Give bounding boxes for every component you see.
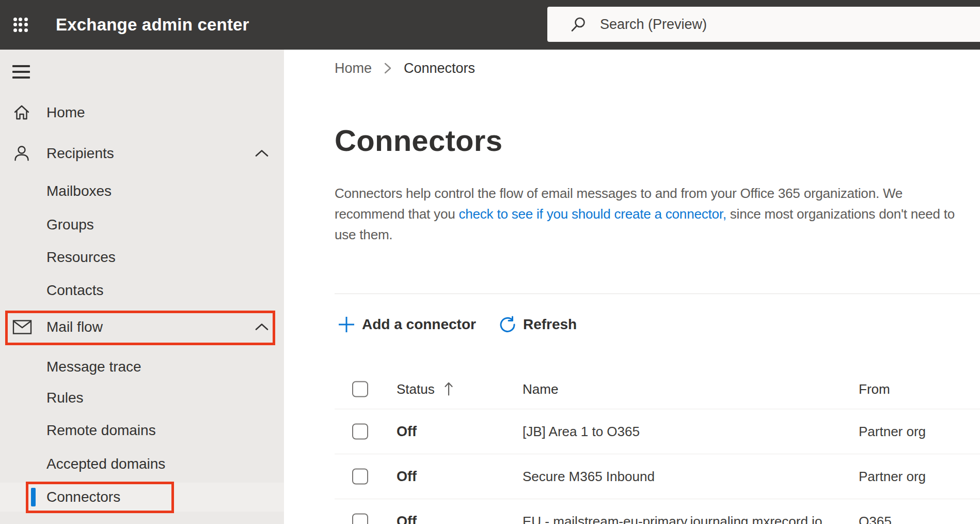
sidebar-item-recipients[interactable]: Recipients <box>0 139 284 168</box>
sidebar-item-mail-flow[interactable]: Mail flow <box>0 313 284 342</box>
sidebar-nav: HomeRecipientsMailboxesGroupsResourcesCo… <box>0 50 284 524</box>
sidebar-item-label: Remote domains <box>46 416 156 445</box>
sidebar-item-mailboxes[interactable]: Mailboxes <box>0 177 284 206</box>
hamburger-menu-icon[interactable] <box>12 65 30 79</box>
sidebar-item-groups[interactable]: Groups <box>0 210 284 239</box>
search-box[interactable] <box>547 7 980 42</box>
sidebar-item-accepted-domains[interactable]: Accepted domains <box>0 450 284 479</box>
sidebar-item-label: Recipients <box>46 139 114 168</box>
plus-icon <box>338 316 355 333</box>
row-name[interactable]: EU - mailstream-eu-primary.journaling.mx… <box>523 514 822 524</box>
add-connector-label: Add a connector <box>362 316 476 333</box>
toolbar-divider <box>335 294 980 294</box>
table-row[interactable]: OffSecure M365 InboundPartner org <box>335 454 980 499</box>
table-row[interactable]: OffEU - mailstream-eu-primary.journaling… <box>335 499 980 524</box>
row-checkbox[interactable] <box>352 469 368 485</box>
sidebar-item-label: Mail flow <box>46 313 103 342</box>
column-header-from[interactable]: From <box>859 381 890 397</box>
table-row[interactable]: Off[JB] Area 1 to O365Partner org <box>335 409 980 454</box>
breadcrumb: Home Connectors <box>335 58 475 79</box>
row-from: Partner org <box>859 424 926 440</box>
sort-ascending-icon <box>443 381 454 397</box>
table-header-row: Status Name From <box>335 369 980 409</box>
sidebar-item-label: Groups <box>46 210 94 239</box>
sidebar-item-label: Mailboxes <box>46 177 112 206</box>
command-bar: Add a connector Refresh <box>335 310 580 339</box>
row-name[interactable]: [JB] Area 1 to O365 <box>523 424 640 440</box>
sidebar-item-label: Connectors <box>46 483 120 512</box>
sidebar-item-label: Contacts <box>46 276 104 305</box>
breadcrumb-home-link[interactable]: Home <box>335 60 372 76</box>
row-checkbox[interactable] <box>352 514 368 524</box>
row-status: Off <box>397 514 417 524</box>
main-content: Home Connectors Connectors Connectors he… <box>284 50 980 524</box>
column-header-status[interactable]: Status <box>397 381 454 397</box>
refresh-label: Refresh <box>523 316 577 333</box>
column-header-name[interactable]: Name <box>523 381 558 397</box>
row-from: Partner org <box>859 469 926 485</box>
row-from: O365 <box>859 514 892 524</box>
breadcrumb-current: Connectors <box>404 60 475 76</box>
home-icon <box>12 103 31 122</box>
sidebar-item-label: Accepted domains <box>46 450 165 479</box>
breadcrumb-chevron-icon <box>383 61 392 75</box>
sidebar-item-contacts[interactable]: Contacts <box>0 276 284 305</box>
row-status: Off <box>397 469 417 485</box>
row-status: Off <box>397 424 417 440</box>
sidebar-item-connectors[interactable]: Connectors <box>0 483 284 512</box>
create-connector-check-link[interactable]: check to see if you should create a conn… <box>459 206 726 222</box>
top-bar: Exchange admin center <box>0 0 980 50</box>
refresh-icon <box>499 316 516 333</box>
collapse-toggle[interactable] <box>254 313 270 342</box>
selected-accent-bar <box>31 488 36 506</box>
select-all-checkbox[interactable] <box>352 381 368 397</box>
sidebar-item-label: Resources <box>46 243 116 272</box>
sidebar-item-label: Home <box>46 98 85 127</box>
page-title: Connectors <box>335 122 502 159</box>
connectors-table: Status Name From Off[JB] Area 1 to O365P… <box>335 369 980 524</box>
add-connector-button[interactable]: Add a connector <box>335 310 479 339</box>
mail-icon <box>12 319 32 335</box>
row-name[interactable]: Secure M365 Inbound <box>523 469 655 485</box>
sidebar-item-resources[interactable]: Resources <box>0 243 284 272</box>
app-launcher-icon[interactable] <box>12 17 29 33</box>
sidebar-item-home[interactable]: Home <box>0 98 284 127</box>
sidebar-item-label: Rules <box>46 383 84 412</box>
sidebar-item-message-trace[interactable]: Message trace <box>0 352 284 381</box>
chevron-up-icon <box>254 322 270 332</box>
app-title: Exchange admin center <box>56 0 249 50</box>
sidebar-item-label: Message trace <box>46 352 141 381</box>
person-icon <box>12 144 31 163</box>
search-icon <box>570 16 587 33</box>
page-description: Connectors help control the flow of emai… <box>335 183 962 245</box>
sidebar-item-remote-domains[interactable]: Remote domains <box>0 416 284 445</box>
search-input[interactable] <box>600 17 910 33</box>
sidebar-item-rules[interactable]: Rules <box>0 383 284 412</box>
chevron-up-icon <box>254 148 270 159</box>
status-header-label: Status <box>397 381 435 397</box>
row-checkbox[interactable] <box>352 424 368 440</box>
refresh-button[interactable]: Refresh <box>496 310 580 339</box>
collapse-toggle[interactable] <box>254 139 270 168</box>
